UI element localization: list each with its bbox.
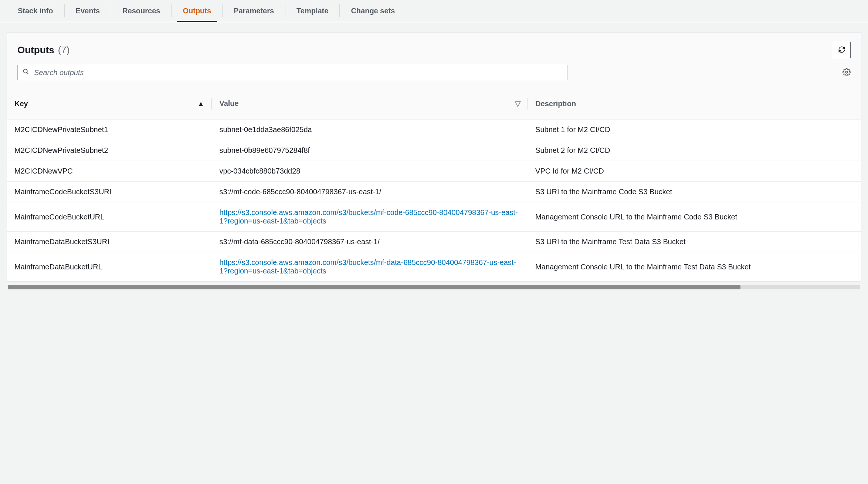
tab-resources[interactable]: Resources: [111, 0, 171, 22]
column-header-value[interactable]: Value ▽: [212, 88, 528, 120]
search-row: [7, 65, 861, 88]
cell-value: s3://mf-code-685ccc90-804004798367-us-ea…: [212, 182, 528, 202]
cell-description: S3 URI to the Mainframe Code S3 Bucket: [528, 182, 861, 202]
panel-count: (7): [58, 44, 70, 56]
column-header-description-label: Description: [535, 100, 576, 108]
cell-value: vpc-034cbfc880b73dd28: [212, 161, 528, 182]
column-header-key[interactable]: Key ▲: [7, 88, 212, 120]
cell-key: MainframeDataBucketURL: [7, 252, 212, 282]
table-row: M2CICDNewPrivateSubnet1subnet-0e1dda3ae8…: [7, 120, 861, 140]
search-wrap: [17, 65, 567, 80]
cell-description: Management Console URL to the Mainframe …: [528, 202, 861, 232]
table-row: MainframeCodeBucketS3URIs3://mf-code-685…: [7, 182, 861, 202]
outputs-table: Key ▲ Value ▽ Description M2CICDNewPriva…: [7, 88, 861, 282]
panel-title: Outputs (7): [17, 44, 69, 56]
refresh-button[interactable]: [833, 42, 851, 58]
cell-key: M2CICDNewPrivateSubnet1: [7, 120, 212, 140]
panel-title-text: Outputs: [17, 44, 54, 56]
cell-key: MainframeCodeBucketS3URI: [7, 182, 212, 202]
refresh-icon: [838, 46, 845, 54]
column-header-value-label: Value: [219, 99, 238, 107]
tab-stack-info[interactable]: Stack info: [7, 0, 64, 22]
table-row: MainframeCodeBucketURLhttps://s3.console…: [7, 202, 861, 232]
stack-detail-tabs: Stack info Events Resources Outputs Para…: [0, 0, 868, 22]
cell-description: VPC Id for M2 CI/CD: [528, 161, 861, 182]
table-row: MainframeDataBucketS3URIs3://mf-data-685…: [7, 232, 861, 252]
cell-key: M2CICDNewVPC: [7, 161, 212, 182]
cell-value: https://s3.console.aws.amazon.com/s3/buc…: [212, 252, 528, 282]
cell-value: subnet-0b89e607975284f8f: [212, 140, 528, 161]
cell-description: S3 URI to the Mainframe Test Data S3 Buc…: [528, 232, 861, 252]
tab-change-sets[interactable]: Change sets: [340, 0, 406, 22]
sort-ascending-icon: ▲: [197, 100, 205, 108]
column-header-description[interactable]: Description: [528, 88, 861, 120]
table-row: M2CICDNewPrivateSubnet2subnet-0b89e60797…: [7, 140, 861, 161]
cell-value: https://s3.console.aws.amazon.com/s3/buc…: [212, 202, 528, 232]
sort-none-icon: ▽: [515, 99, 521, 108]
table-preferences-button[interactable]: [842, 68, 851, 77]
cell-description: Management Console URL to the Mainframe …: [528, 252, 861, 282]
table-row: MainframeDataBucketURLhttps://s3.console…: [7, 252, 861, 282]
cell-key: MainframeDataBucketS3URI: [7, 232, 212, 252]
tab-parameters[interactable]: Parameters: [223, 0, 285, 22]
gear-icon: [842, 68, 851, 77]
cell-description: Subnet 1 for M2 CI/CD: [528, 120, 861, 140]
column-header-key-label: Key: [14, 100, 28, 108]
svg-point-2: [845, 71, 848, 73]
cell-key: M2CICDNewPrivateSubnet2: [7, 140, 212, 161]
page-body: Outputs (7): [0, 33, 868, 294]
table-row: M2CICDNewVPCvpc-034cbfc880b73dd28VPC Id …: [7, 161, 861, 182]
outputs-panel: Outputs (7): [7, 33, 861, 282]
value-link[interactable]: https://s3.console.aws.amazon.com/s3/buc…: [219, 208, 518, 225]
value-link[interactable]: https://s3.console.aws.amazon.com/s3/buc…: [219, 258, 516, 275]
cell-key: MainframeCodeBucketURL: [7, 202, 212, 232]
table-header-row: Key ▲ Value ▽ Description: [7, 88, 861, 120]
cell-value: subnet-0e1dda3ae86f025da: [212, 120, 528, 140]
cell-value: s3://mf-data-685ccc90-804004798367-us-ea…: [212, 232, 528, 252]
tab-outputs[interactable]: Outputs: [172, 0, 222, 22]
horizontal-scrollbar-thumb[interactable]: [8, 285, 740, 289]
search-input[interactable]: [17, 65, 567, 80]
horizontal-scrollbar[interactable]: [8, 285, 860, 289]
tab-events[interactable]: Events: [65, 0, 111, 22]
panel-header: Outputs (7): [7, 33, 861, 65]
tab-template[interactable]: Template: [285, 0, 339, 22]
cell-description: Subnet 2 for M2 CI/CD: [528, 140, 861, 161]
